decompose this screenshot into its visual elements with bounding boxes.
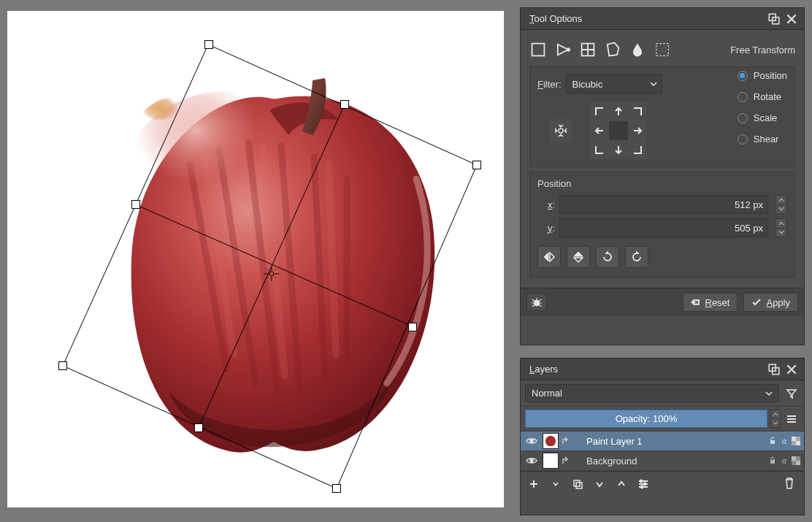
svg-point-16 [530,440,533,442]
position-section-label: Position [537,178,787,189]
svg-point-13 [534,300,540,306]
layer-row[interactable]: Paint Layer 1 α [521,431,804,451]
svg-point-28 [640,480,643,482]
svg-point-9 [567,48,570,51]
detach-icon[interactable] [767,363,781,376]
move-layer-down-button[interactable] [592,477,607,491]
radio-shear[interactable]: Shear [738,134,787,145]
filter-layers-icon[interactable] [784,385,800,402]
layer-name: Paint Layer 1 [572,436,767,447]
mode-liquify-icon[interactable] [629,41,646,58]
anchor-s[interactable] [609,140,628,159]
transform-handle[interactable] [194,423,203,432]
apply-button[interactable]: Apply [743,293,798,312]
mode-mesh-icon[interactable] [654,41,671,58]
svg-rect-11 [656,44,669,56]
transform-handle[interactable] [332,484,341,493]
svg-rect-20 [796,441,800,445]
delete-layer-button[interactable] [784,477,798,491]
svg-line-4 [199,104,345,428]
layer-lock-icons[interactable]: α [767,456,804,466]
svg-line-3 [135,204,413,326]
rotate-cw-button[interactable] [625,246,648,268]
close-icon[interactable] [785,12,798,26]
transform-handle[interactable] [131,200,140,209]
anchor-w[interactable] [590,121,609,140]
alpha-icon[interactable]: α [779,436,789,446]
y-input[interactable]: 505 px [559,218,768,237]
visibility-toggle-icon[interactable] [524,453,540,469]
svg-rect-8 [532,44,545,56]
flip-horizontal-button[interactable] [537,246,561,268]
lock-icon[interactable] [767,456,778,466]
checker-icon[interactable] [791,456,801,466]
radio-scale[interactable]: Scale [738,112,787,123]
alpha-icon[interactable]: α [779,456,789,466]
svg-rect-26 [574,480,580,486]
radio-position[interactable]: Position [738,70,787,81]
reset-button[interactable]: Reset [683,293,738,312]
anchor-e[interactable] [628,121,647,140]
layer-thumbnail [543,433,559,449]
detach-icon[interactable] [767,12,781,26]
transform-handle[interactable] [58,361,67,370]
canvas[interactable] [7,11,504,507]
radio-rotate[interactable]: Rotate [738,91,787,102]
close-icon[interactable] [785,363,798,376]
x-input[interactable]: 512 px [559,195,768,214]
svg-rect-17 [770,440,775,444]
mode-warp-icon[interactable] [579,41,597,58]
layer-name: Background [572,456,767,467]
mode-perspective-icon[interactable] [554,41,572,58]
svg-point-21 [530,459,533,462]
layer-row[interactable]: Background α [521,451,804,471]
rotate-ccw-button[interactable] [596,246,619,268]
x-stepper[interactable] [775,195,787,214]
svg-rect-27 [576,483,582,488]
anchor-se[interactable] [628,140,647,159]
opacity-slider[interactable]: Opacity: 100% [525,410,767,428]
transform-bbox[interactable] [7,11,504,507]
transform-handle[interactable] [408,323,417,331]
x-label: x: [537,199,555,210]
y-stepper[interactable] [775,218,787,237]
anchor-nw[interactable] [590,102,609,121]
move-layer-up-button[interactable] [614,477,629,491]
checker-icon[interactable] [791,436,801,446]
transform-mode-label: Free Transform [730,45,795,55]
panel-header: Tool Options [521,8,804,30]
layers-panel: Layers Normal Opacity: 100% [520,358,805,515]
visibility-toggle-icon[interactable] [524,433,540,449]
anchor-sw[interactable] [590,140,609,159]
svg-rect-19 [792,437,796,441]
add-layer-button[interactable] [526,477,541,491]
add-layer-menu-icon[interactable] [548,477,563,491]
layer-lock-icons[interactable]: α [767,436,804,446]
anchor-center-button[interactable] [549,119,572,142]
svg-point-12 [559,128,563,133]
svg-marker-2 [63,45,477,488]
anchor-ne[interactable] [628,102,647,121]
duplicate-layer-button[interactable] [570,477,585,491]
y-label: y: [537,223,555,234]
transform-handle[interactable] [472,161,481,169]
bug-icon[interactable] [526,293,547,311]
opacity-stepper[interactable] [770,410,781,428]
mode-cage-icon[interactable] [604,41,621,58]
filter-label: Filter: [537,79,562,90]
flip-vertical-button[interactable] [567,246,590,268]
transform-type-radios: Position Rotate Scale Shear [738,70,787,159]
svg-point-30 [641,485,643,488]
layer-properties-button[interactable] [636,477,651,491]
panel-title: Layers [529,364,558,375]
mode-free-transform-icon[interactable] [529,41,547,58]
transform-handle[interactable] [340,100,349,109]
panel-title: Tool Options [529,13,582,24]
lock-icon[interactable] [767,436,778,446]
filter-select[interactable]: Bicubic [566,74,662,93]
transform-handle[interactable] [204,40,213,49]
blend-mode-select[interactable]: Normal [525,384,779,402]
anchor-center[interactable] [609,121,628,140]
layers-menu-icon[interactable] [784,411,800,427]
anchor-n[interactable] [609,102,628,121]
